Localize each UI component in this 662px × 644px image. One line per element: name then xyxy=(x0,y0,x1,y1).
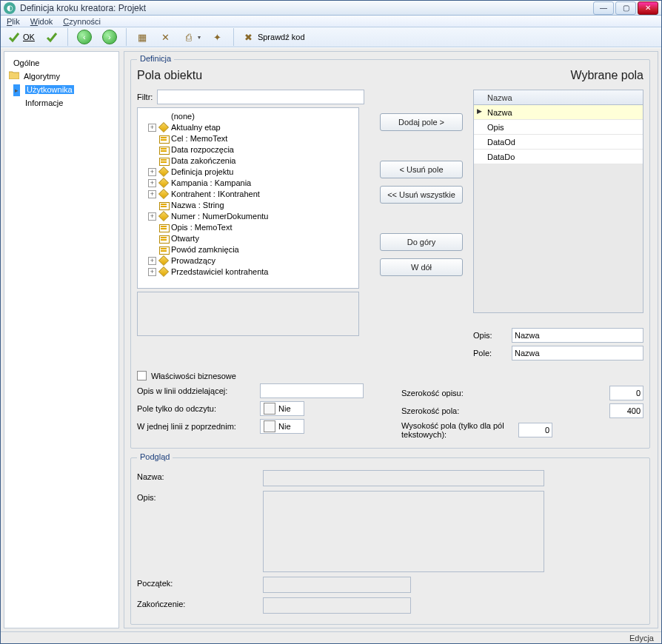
tree-node[interactable]: (none) xyxy=(139,111,357,122)
checkbox-icon xyxy=(264,403,275,415)
check-code-button[interactable]: ✖ Sprawdź kod xyxy=(240,27,308,47)
sidebar-tree[interactable]: Ogólne Algorytmy ▸ Użytkownika Informacj… xyxy=(4,51,119,628)
tool4-button[interactable]: ✦ xyxy=(208,27,227,47)
tree-node[interactable]: Cel : MemoText xyxy=(139,133,357,144)
width-desc-input[interactable] xyxy=(609,386,643,400)
tree-node[interactable]: Opis : MemoText xyxy=(139,222,357,233)
tree-node[interactable]: Powód zamknięcia xyxy=(139,244,357,255)
sidebar-item-algorytmy[interactable]: Algorytmy xyxy=(7,70,116,83)
check-icon xyxy=(8,31,20,43)
tree-node[interactable]: Data rozpoczęcia xyxy=(139,144,357,155)
pola-obiektu-title: Pola obiektu xyxy=(137,69,367,82)
pole-input[interactable] xyxy=(512,346,643,360)
tree-node[interactable]: +Kampania : Kampania xyxy=(139,178,357,189)
card-icon xyxy=(159,201,170,210)
statusbar: Edycja xyxy=(1,631,661,643)
nav-back-button[interactable]: ‹ xyxy=(74,27,95,47)
close-button[interactable]: ✕ xyxy=(638,1,658,15)
window-title: Definicja kroku kreatora: Projekt xyxy=(20,3,593,13)
tree-node-label: Otwarty xyxy=(171,233,199,244)
pole-label: Pole: xyxy=(473,349,506,358)
titlebar: ◐ Definicja kroku kreatora: Projekt — ▢ … xyxy=(1,1,661,16)
business-props-checkbox[interactable]: Właściwości biznesowe xyxy=(137,371,379,380)
tree-node[interactable]: +Aktualny etap xyxy=(139,122,357,133)
expand-icon[interactable]: + xyxy=(148,179,156,187)
ok-button[interactable]: OK xyxy=(5,27,38,47)
checkbox-icon xyxy=(137,371,147,380)
transfer-buttons: Dodaj pole > < Usuń pole << Usuń wszystk… xyxy=(370,67,470,363)
tree-node-label: Data zakończenia xyxy=(171,155,235,167)
tree-node-label: Prowadzący xyxy=(171,255,215,266)
filtr-label: Filtr: xyxy=(137,93,153,101)
remove-all-button[interactable]: << Usuń wszystkie xyxy=(380,186,463,204)
move-down-button[interactable]: W dół xyxy=(380,258,463,276)
menu-file[interactable]: Plik xyxy=(7,17,20,26)
minimize-button[interactable]: — xyxy=(593,1,614,15)
toolbar: OK ‹ › ▦ ✕ ⎙▾ ✦ ✖ Sprawdź kod xyxy=(1,27,661,47)
tools-icon: ✖ xyxy=(243,31,255,43)
sidebar-item-informacje[interactable]: Informacje xyxy=(7,96,116,110)
expand-icon[interactable]: + xyxy=(148,257,156,265)
ok-label: OK xyxy=(23,33,35,41)
height-field-input[interactable] xyxy=(518,423,552,437)
tree-node-label: Opis : MemoText xyxy=(171,222,233,233)
selected-row[interactable]: Nazwa xyxy=(474,105,643,120)
tree-node[interactable]: Nazwa : String xyxy=(139,200,357,211)
sidebar-item-ogolne[interactable]: Ogólne xyxy=(7,56,116,70)
width-field-input[interactable] xyxy=(609,403,643,418)
sidebar-item-uzytkownika[interactable]: ▸ Użytkownika xyxy=(7,83,116,96)
nav-forward-button[interactable]: › xyxy=(99,27,120,47)
tree-node[interactable]: Data zakończenia xyxy=(139,155,357,167)
maximize-button[interactable]: ▢ xyxy=(615,1,636,15)
check-code-label: Sprawdź kod xyxy=(258,33,305,41)
menu-actions[interactable]: Czynności xyxy=(63,17,101,26)
expand-icon[interactable]: + xyxy=(148,168,156,176)
tree-node-label: Przedstawiciel kontrahenta xyxy=(171,266,268,278)
wybrane-pola-title: Wybrane pola xyxy=(473,69,643,82)
blank-icon xyxy=(159,113,170,121)
preview-poczatek-label: Początek: xyxy=(137,577,263,588)
selected-row[interactable]: Opis xyxy=(474,120,643,135)
diamond-icon xyxy=(159,212,170,221)
arrow-right-icon: ▸ xyxy=(13,84,20,96)
tree-node[interactable]: +Przedstawiciel kontrahenta xyxy=(139,266,357,278)
tree-node-label: Definicja projektu xyxy=(171,167,233,178)
tree-node[interactable]: +Kontrahent : IKontrahent xyxy=(139,189,357,200)
tool2-button[interactable]: ✕ xyxy=(156,27,175,47)
tree-node-label: (none) xyxy=(171,111,195,122)
diamond-icon xyxy=(159,179,170,188)
checkbox-icon xyxy=(264,420,275,432)
fields-tree[interactable]: (none)+Aktualny etapCel : MemoTextData r… xyxy=(137,107,359,289)
tree-node[interactable]: +Prowadzący xyxy=(139,255,357,266)
print-button[interactable]: ⎙▾ xyxy=(180,27,204,47)
move-up-button[interactable]: Do góry xyxy=(380,233,463,251)
add-field-button[interactable]: Dodaj pole > xyxy=(380,113,463,131)
expand-icon[interactable]: + xyxy=(148,212,156,221)
diamond-icon xyxy=(159,124,170,133)
tree-node[interactable]: +Numer : NumerDokumentu xyxy=(139,211,357,222)
selected-row[interactable]: DataDo xyxy=(474,150,643,164)
tool1-button[interactable]: ▦ xyxy=(133,27,152,47)
tree-node-label: Data rozpoczęcia xyxy=(171,144,234,155)
selected-row[interactable]: DataOd xyxy=(474,135,643,150)
preview-opis-label: Opis: xyxy=(137,491,263,502)
same-line-switch[interactable]: Nie xyxy=(260,419,304,434)
expand-icon[interactable]: + xyxy=(148,190,156,198)
tree-node[interactable]: +Definicja projektu xyxy=(139,167,357,178)
preview-opis-box xyxy=(263,491,544,572)
separator-desc-input[interactable] xyxy=(260,383,364,398)
opis-input[interactable] xyxy=(512,328,643,343)
card-icon xyxy=(159,246,170,255)
selected-fields-table[interactable]: Nazwa NazwaOpisDataOdDataDo xyxy=(473,90,643,313)
selected-header[interactable]: Nazwa xyxy=(474,90,643,105)
readonly-switch[interactable]: Nie xyxy=(260,401,304,416)
filtr-input[interactable] xyxy=(157,90,364,104)
card-icon xyxy=(159,146,170,155)
expand-icon[interactable]: + xyxy=(148,268,156,276)
apply-button[interactable] xyxy=(42,27,61,47)
tree-node-label: Numer : NumerDokumentu xyxy=(171,211,268,222)
tree-node[interactable]: Otwarty xyxy=(139,233,357,244)
remove-field-button[interactable]: < Usuń pole xyxy=(380,161,463,178)
expand-icon[interactable]: + xyxy=(148,124,156,132)
menu-view[interactable]: Widok xyxy=(30,17,53,26)
